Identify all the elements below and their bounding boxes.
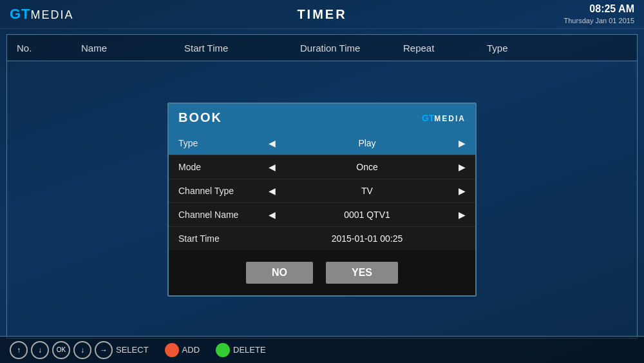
row-mode: Mode ◀ Once ▶ [169, 155, 475, 179]
col-no: No. [17, 43, 81, 54]
channel-type-arrow-left[interactable]: ◀ [269, 186, 276, 196]
main-area: BOOK GTMEDIA Type ◀ Play ▶ Mode ◀ Once ▶ [6, 61, 638, 338]
col-duration-time: Duration Time [300, 43, 403, 54]
row-type-label: Type [178, 138, 269, 148]
dialog-buttons: NO YES [169, 250, 475, 295]
dialog-logo-gt: GT [422, 113, 434, 123]
add-icon [165, 343, 179, 357]
row-mode-label: Mode [178, 162, 269, 172]
channel-name-arrow-right[interactable]: ▶ [459, 210, 466, 220]
logo-gt: GT [10, 6, 31, 22]
nav-ok-icon[interactable]: OK [52, 341, 70, 359]
row-channel-name: Channel Name ◀ 0001 QTV1 ▶ [169, 203, 475, 227]
row-start-time: Start Time 2015-01-01 00:25 [169, 227, 475, 250]
type-arrow-left[interactable]: ◀ [269, 138, 276, 148]
time-display: 08:25 AM [564, 2, 634, 16]
row-start-time-value: 2015-01-01 00:25 [269, 233, 466, 244]
col-start-time: Start Time [184, 43, 300, 54]
datetime: 08:25 AM Thursday Jan 01 2015 [564, 2, 634, 26]
nav-down2-icon[interactable]: ↓ [73, 341, 91, 359]
row-channel-name-label: Channel Name [178, 210, 269, 220]
nav-right-icon[interactable]: → [95, 341, 113, 359]
row-type: Type ◀ Play ▶ [169, 132, 475, 155]
dialog-body: Type ◀ Play ▶ Mode ◀ Once ▶ Channel Type… [169, 132, 475, 250]
page-title: TIMER [297, 7, 346, 22]
col-repeat: Repeat [403, 43, 487, 54]
delete-group: DELETE [216, 343, 272, 357]
row-channel-type: Channel Type ◀ TV ▶ [169, 179, 475, 203]
delete-icon [216, 343, 230, 357]
no-button[interactable]: NO [246, 262, 313, 284]
nav-icons-group: ↑ ↓ OK ↓ → SELECT [10, 341, 155, 359]
add-label: ADD [182, 345, 200, 355]
date-display: Thursday Jan 01 2015 [564, 17, 634, 26]
row-channel-name-value: 0001 QTV1 [282, 210, 452, 220]
dialog-header: BOOK GTMEDIA [169, 104, 475, 132]
book-dialog: BOOK GTMEDIA Type ◀ Play ▶ Mode ◀ Once ▶ [167, 103, 477, 297]
logo-media: MEDIA [31, 8, 74, 21]
col-name: Name [81, 43, 184, 54]
delete-label: DELETE [233, 345, 266, 355]
dialog-logo-media: MEDIA [434, 114, 466, 123]
row-channel-type-label: Channel Type [178, 186, 269, 196]
mode-arrow-right[interactable]: ▶ [459, 162, 466, 172]
row-start-time-label: Start Time [178, 233, 269, 244]
nav-down-icon[interactable]: ↓ [31, 341, 49, 359]
mode-arrow-left[interactable]: ◀ [269, 162, 276, 172]
logo: GTMEDIA [10, 6, 74, 23]
dialog-title: BOOK [178, 110, 222, 125]
nav-up-icon[interactable]: ↑ [10, 341, 28, 359]
row-channel-type-value: TV [282, 186, 452, 196]
bottom-bar: ↑ ↓ OK ↓ → SELECT ADD DELETE [0, 336, 644, 363]
yes-button[interactable]: YES [326, 262, 398, 284]
table-header: No. Name Start Time Duration Time Repeat… [6, 34, 638, 61]
channel-name-arrow-left[interactable]: ◀ [269, 210, 276, 220]
channel-type-arrow-right[interactable]: ▶ [459, 186, 466, 196]
row-type-value: Play [282, 138, 452, 148]
dialog-logo: GTMEDIA [422, 113, 466, 123]
add-group: ADD [165, 343, 206, 357]
type-arrow-right[interactable]: ▶ [459, 138, 466, 148]
header: GTMEDIA TIMER 08:25 AM Thursday Jan 01 2… [0, 0, 644, 29]
row-mode-value: Once [282, 162, 452, 172]
select-label: SELECT [116, 345, 149, 355]
col-type: Type [487, 43, 551, 54]
